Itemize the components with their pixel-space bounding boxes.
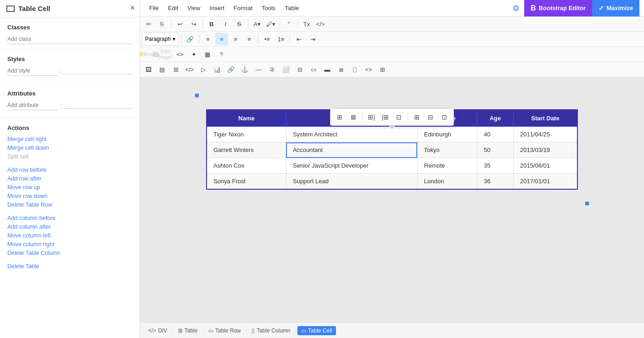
redo-button[interactable]: ↪ xyxy=(187,17,200,30)
delete-table-row-action[interactable]: Delete Table Row xyxy=(7,202,132,208)
td-startdate-4[interactable]: 2017/01/01 xyxy=(513,174,577,190)
styles-value-input[interactable] xyxy=(63,68,132,74)
source-code-button[interactable]: <> xyxy=(174,48,186,61)
td-office-3[interactable]: Remote xyxy=(417,158,477,174)
maximize-button[interactable]: ⤢ Maximize xyxy=(592,0,639,17)
menu-file[interactable]: File xyxy=(145,2,163,14)
th-name[interactable]: Name xyxy=(207,110,286,127)
popup-delete-col-btn[interactable]: ⊡ xyxy=(392,111,405,124)
td-position-1[interactable]: System Architect xyxy=(286,127,417,142)
link-button[interactable]: 🔗 xyxy=(184,33,196,45)
highlight-button[interactable]: 🖊▾ xyxy=(264,17,277,30)
align-center-button[interactable]: ≡ xyxy=(215,33,228,45)
menu-tools[interactable]: Tools xyxy=(257,2,280,14)
td-position-2[interactable]: Accountant xyxy=(286,142,417,158)
insert-textarea-button[interactable]: ▬ xyxy=(321,63,334,76)
popup-delete-row-btn[interactable]: ⊡ xyxy=(438,111,451,124)
move-row-down-action[interactable]: Move row down xyxy=(7,193,132,199)
insert-box-button[interactable]: ⬜ xyxy=(280,63,292,76)
menu-table[interactable]: Table xyxy=(280,2,303,14)
split-cell-action[interactable]: Split cell xyxy=(7,153,132,160)
popup-insert-row-above-btn[interactable]: ⊞ xyxy=(410,111,423,124)
insert-special-char-button[interactable]: ② xyxy=(266,63,279,76)
settings-button[interactable]: ⚙ xyxy=(508,0,524,17)
copy-button[interactable]: ⎘ xyxy=(156,17,168,30)
td-office-1[interactable]: Edinburgh xyxy=(417,127,477,142)
menu-edit[interactable]: Edit xyxy=(163,2,183,14)
td-age-1[interactable]: 40 xyxy=(477,127,513,142)
insert-select-button[interactable]: ≣ xyxy=(335,63,347,76)
italic-button[interactable]: I xyxy=(219,17,232,30)
indent-left-button[interactable]: ⇤ xyxy=(292,33,305,45)
quote-button[interactable]: " xyxy=(282,17,295,30)
popup-delete-table-btn[interactable]: ⊠ xyxy=(347,111,360,124)
td-position-4[interactable]: Support Lead xyxy=(286,174,417,190)
popup-insert-col-left-btn[interactable]: ⊞| xyxy=(365,111,378,124)
env-button[interactable]: ✦ xyxy=(187,48,200,61)
insert-button-button[interactable]: ⎕ xyxy=(348,63,361,76)
popup-insert-col-right-btn[interactable]: |⊞ xyxy=(379,111,392,124)
bold-button[interactable]: B xyxy=(205,17,218,30)
help-button[interactable]: ? xyxy=(215,48,228,61)
status-table-btn[interactable]: ⊞ Table xyxy=(174,326,202,335)
td-name-2[interactable]: Garrett Winters xyxy=(207,142,286,158)
td-position-3[interactable]: Senior JavaScript Developer xyxy=(286,158,417,174)
text-color-button[interactable]: A▾ xyxy=(251,17,263,30)
td-startdate-2[interactable]: 2013/03/19 xyxy=(513,142,577,158)
insert-chart-button[interactable]: 📊 xyxy=(211,63,224,76)
status-tablecolumn-btn[interactable]: ▯ Table Column xyxy=(248,326,294,335)
td-age-4[interactable]: 36 xyxy=(477,174,513,190)
clear-format-button[interactable]: Tx xyxy=(300,17,313,30)
td-startdate-3[interactable]: 2015/06/01 xyxy=(513,158,577,174)
td-office-4[interactable]: London xyxy=(417,174,477,190)
move-column-left-action[interactable]: Move column left xyxy=(7,232,132,239)
insert-image-button[interactable]: 🖼 xyxy=(142,63,155,76)
th-age[interactable]: Age xyxy=(477,110,513,127)
move-row-up-action[interactable]: Move row up xyxy=(7,184,132,191)
align-right-button[interactable]: ≡ xyxy=(229,33,242,45)
bootstrap-editor-button[interactable]: B Bootstrap Editor xyxy=(524,0,592,17)
status-tablerow-btn[interactable]: ▭ Table Row xyxy=(205,326,245,335)
code-view-button[interactable]: </> xyxy=(314,17,327,30)
grid-button[interactable]: ▦ xyxy=(201,48,214,61)
insert-embed-button[interactable]: </> xyxy=(183,63,196,76)
add-column-after-action[interactable]: Add column after xyxy=(7,224,132,230)
attributes-input[interactable] xyxy=(7,101,58,110)
menu-format[interactable]: Format xyxy=(229,2,257,14)
undo-button[interactable]: ↩ xyxy=(174,17,186,30)
paragraph-dropdown[interactable]: Paragraph ▾ xyxy=(142,33,179,45)
resize-handle-br[interactable] xyxy=(585,202,589,205)
cut-button[interactable]: ✂ xyxy=(142,17,155,30)
styles-input[interactable] xyxy=(7,66,58,76)
popup-insert-row-below-btn[interactable]: ⊟ xyxy=(424,111,437,124)
merge-cell-down-action[interactable]: Merge cell down xyxy=(7,145,132,151)
close-button[interactable]: × xyxy=(130,4,135,12)
td-startdate-1[interactable]: 2011/04/25 xyxy=(513,127,577,142)
edit-image-button[interactable]: 🖼 Edit image xyxy=(156,48,168,61)
align-justify-button[interactable]: ≡ xyxy=(243,33,256,45)
insert-snippet-button[interactable]: ⊞ xyxy=(376,63,389,76)
list-bullet-button[interactable]: •≡ xyxy=(261,33,274,45)
td-name-4[interactable]: Sonya Frost xyxy=(207,174,286,190)
delete-table-action[interactable]: Delete Table xyxy=(7,263,132,270)
strikethrough-button[interactable]: S xyxy=(233,17,246,30)
insert-form-button[interactable]: ⊟ xyxy=(293,63,306,76)
insert-media-button[interactable]: ▤ xyxy=(156,63,168,76)
td-age-3[interactable]: 35 xyxy=(477,158,513,174)
insert-table-button[interactable]: ⊞ xyxy=(169,63,182,76)
status-div-btn[interactable]: </> DIV xyxy=(145,326,171,335)
td-name-1[interactable]: Tiger Nixon xyxy=(207,127,286,142)
add-row-before-action[interactable]: Add row before xyxy=(7,167,132,173)
add-row-after-action[interactable]: Add row after xyxy=(7,175,132,182)
td-office-2[interactable]: Tokyo xyxy=(417,142,477,158)
insert-anchor-button[interactable]: ⚓ xyxy=(238,63,251,76)
insert-code-snippet-button[interactable]: <> xyxy=(362,63,375,76)
insert-hr-button[interactable]: — xyxy=(252,63,265,76)
menu-view[interactable]: View xyxy=(183,2,205,14)
insert-link-button[interactable]: 🔗 xyxy=(224,63,237,76)
indent-right-button[interactable]: ⇥ xyxy=(306,33,319,45)
merge-cell-right-action[interactable]: Merge cell right xyxy=(7,136,132,142)
resize-handle-tl[interactable] xyxy=(195,94,199,97)
td-age-2[interactable]: 50 xyxy=(477,142,513,158)
align-left-button[interactable]: ≡ xyxy=(202,33,214,45)
